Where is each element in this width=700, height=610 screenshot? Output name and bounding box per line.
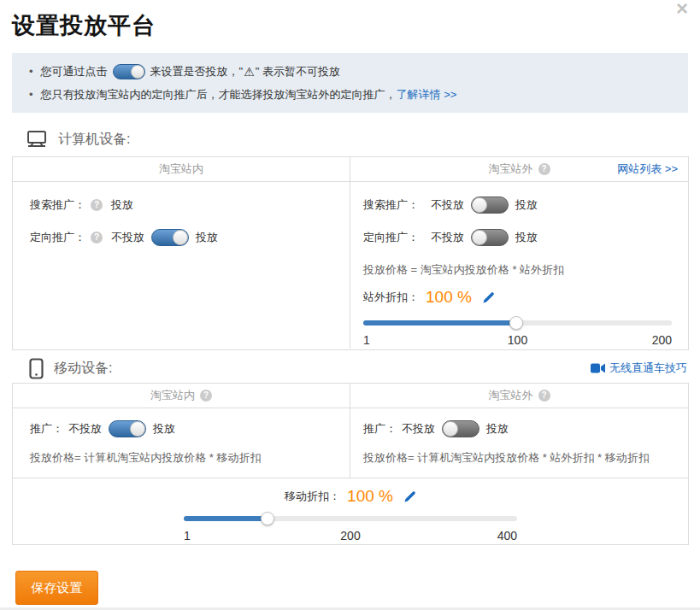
discount-value: 100 % bbox=[426, 288, 472, 307]
mobile-section-header: 移动设备: 无线直通车技巧 bbox=[12, 355, 689, 382]
computer-table-body: 搜索推广： 投放 定向推广： 不投放 投放 搜索推广： 不投放 投放 bbox=[13, 182, 688, 349]
offsite-discount-slider[interactable] bbox=[363, 320, 672, 326]
help-icon[interactable] bbox=[538, 163, 550, 175]
warning-icon: ⚠ bbox=[244, 65, 255, 79]
off-label: 不投放 bbox=[111, 230, 144, 245]
computer-offsite-header: 淘宝站外 网站列表 >> bbox=[350, 157, 688, 181]
notice-line-1: • 您可通过点击 来设置是否投放，" ⚠ " 表示暂不可投放 bbox=[22, 60, 673, 83]
slider-mid-label: 100 bbox=[508, 333, 527, 347]
save-settings-button[interactable]: 保存设置 bbox=[15, 571, 98, 605]
computer-onsite-target-toggle[interactable] bbox=[151, 229, 189, 246]
video-icon bbox=[591, 363, 605, 373]
off-label: 不投放 bbox=[431, 197, 464, 213]
computer-section-header: 计算机设备: bbox=[12, 126, 689, 153]
off-label: 不投放 bbox=[402, 421, 435, 437]
row-label: 搜索推广： bbox=[30, 197, 85, 213]
mobile-onsite-formula: 投放价格= 计算机淘宝站内投放价格 * 移动折扣 bbox=[30, 450, 332, 466]
off-label: 不投放 bbox=[431, 230, 464, 245]
toggle-knob bbox=[472, 197, 487, 213]
slider-labels: 1 100 200 bbox=[363, 333, 672, 349]
offsite-discount-row: 站外折扣： 100 % bbox=[363, 286, 672, 308]
set-platform-dialog: × 设置投放平台 • 您可通过点击 来设置是否投放，" ⚠ " 表示暂不可投放 … bbox=[0, 0, 700, 610]
computer-offsite-search-toggle[interactable] bbox=[471, 196, 509, 214]
column-title: 淘宝站外 bbox=[489, 161, 533, 177]
notice-text: 您可通过点击 bbox=[41, 64, 108, 79]
column-title: 淘宝站内 bbox=[150, 388, 195, 403]
computer-icon bbox=[26, 130, 48, 149]
slider-max-label: 400 bbox=[497, 529, 517, 543]
mobile-offsite-cell: 推广： 不投放 投放 投放价格= 计算机淘宝站内投放价格 * 站外折扣 * 移动… bbox=[350, 408, 688, 478]
column-title: 淘宝站内 bbox=[159, 161, 203, 177]
computer-offsite-target-toggle[interactable] bbox=[471, 229, 509, 246]
toggle-knob bbox=[130, 421, 145, 437]
close-icon[interactable]: × bbox=[676, 0, 688, 19]
computer-onsite-header: 淘宝站内 bbox=[13, 157, 350, 181]
slider-knob[interactable] bbox=[261, 512, 274, 525]
notice-text: 来设置是否投放，" bbox=[150, 64, 244, 79]
slider-min-label: 1 bbox=[363, 333, 370, 347]
mobile-table: 淘宝站内 淘宝站外 推广： 不投放 投放 投放价格= 计算机淘宝站内投放价格 *… bbox=[12, 383, 689, 545]
computer-table: 淘宝站内 淘宝站外 网站列表 >> 搜索推广： 投放 定向推广： 不投放 bbox=[12, 156, 689, 350]
row-label: 定向推广： bbox=[30, 230, 85, 245]
mobile-slider-wrap: 1 200 400 bbox=[184, 516, 517, 544]
demo-toggle[interactable] bbox=[113, 64, 145, 79]
mobile-discount-row-container: 移动折扣： 100 % 1 200 400 bbox=[13, 478, 688, 543]
toggle-knob bbox=[131, 65, 144, 79]
wireless-tips: 无线直通车技巧 bbox=[591, 361, 687, 376]
mobile-offsite-toggle[interactable] bbox=[442, 420, 479, 437]
slider-mid-label: 200 bbox=[340, 529, 360, 543]
help-icon[interactable] bbox=[91, 232, 103, 243]
toggle-knob bbox=[173, 230, 188, 245]
discount-value: 100 % bbox=[347, 487, 393, 506]
onsite-search-row: 搜索推广： 投放 bbox=[30, 196, 332, 214]
notice-text: " 表示暂不可投放 bbox=[256, 64, 340, 79]
offsite-price-formula: 投放价格 = 淘宝站内投放价格 * 站外折扣 bbox=[363, 262, 672, 278]
mobile-offsite-header: 淘宝站外 bbox=[350, 384, 688, 408]
on-label: 投放 bbox=[486, 421, 509, 437]
mobile-onsite-promo-row: 推广： 不投放 投放 bbox=[30, 419, 332, 438]
mobile-onsite-cell: 推广： 不投放 投放 投放价格= 计算机淘宝站内投放价格 * 移动折扣 bbox=[13, 408, 350, 478]
mobile-offsite-promo-row: 推广： 不投放 投放 bbox=[363, 419, 672, 438]
computer-section-label: 计算机设备: bbox=[58, 131, 130, 149]
mobile-table-header: 淘宝站内 淘宝站外 bbox=[13, 384, 688, 408]
help-icon[interactable] bbox=[200, 390, 212, 402]
mobile-onsite-toggle[interactable] bbox=[109, 420, 146, 437]
help-icon[interactable] bbox=[91, 199, 103, 211]
edit-pencil-icon[interactable] bbox=[403, 490, 416, 503]
mobile-discount-row: 移动折扣： 100 % bbox=[13, 485, 688, 507]
mobile-section-label: 移动设备: bbox=[54, 360, 112, 378]
discount-label: 站外折扣： bbox=[363, 290, 419, 305]
row-label: 搜索推广： bbox=[363, 197, 419, 213]
row-label: 定向推广： bbox=[363, 230, 419, 245]
notice-box: • 您可通过点击 来设置是否投放，" ⚠ " 表示暂不可投放 • 您只有投放淘宝… bbox=[12, 53, 688, 113]
onsite-target-row: 定向推广： 不投放 投放 bbox=[30, 228, 332, 247]
on-label: 投放 bbox=[196, 230, 218, 245]
mobile-discount-slider[interactable] bbox=[184, 516, 517, 521]
computer-table-header: 淘宝站内 淘宝站外 网站列表 >> bbox=[13, 157, 688, 182]
slider-fill bbox=[363, 320, 516, 326]
mobile-offsite-formula: 投放价格= 计算机淘宝站内投放价格 * 站外折扣 * 移动折扣 bbox=[363, 450, 672, 466]
on-label: 投放 bbox=[153, 421, 175, 437]
slider-labels: 1 200 400 bbox=[184, 529, 517, 544]
help-icon[interactable] bbox=[538, 390, 550, 402]
notice-text: 您只有投放淘宝站内的定向推广后，才能选择投放淘宝站外的定向推广， bbox=[41, 87, 397, 103]
wireless-tips-link[interactable]: 无线直通车技巧 bbox=[609, 361, 687, 376]
slider-min-label: 1 bbox=[184, 529, 191, 543]
slider-max-label: 200 bbox=[652, 333, 672, 347]
off-label: 不投放 bbox=[68, 421, 102, 437]
toggle-knob bbox=[443, 421, 458, 437]
offsite-search-row: 搜索推广： 不投放 投放 bbox=[363, 196, 672, 214]
row-label: 推广： bbox=[363, 421, 397, 437]
mobile-onsite-header: 淘宝站内 bbox=[13, 384, 350, 408]
slider-fill bbox=[184, 516, 268, 521]
discount-label: 移动折扣： bbox=[285, 489, 340, 504]
computer-onsite-cell: 搜索推广： 投放 定向推广： 不投放 投放 bbox=[13, 182, 350, 349]
page-title: 设置投放平台 bbox=[12, 10, 156, 41]
row-label: 推广： bbox=[30, 421, 63, 437]
slider-knob[interactable] bbox=[509, 316, 523, 330]
edit-pencil-icon[interactable] bbox=[482, 291, 495, 304]
site-list-link[interactable]: 网站列表 >> bbox=[617, 161, 678, 177]
mobile-phone-icon bbox=[29, 358, 44, 379]
bullet-icon: • bbox=[29, 88, 33, 101]
learn-more-link[interactable]: 了解详情 >> bbox=[397, 87, 457, 103]
